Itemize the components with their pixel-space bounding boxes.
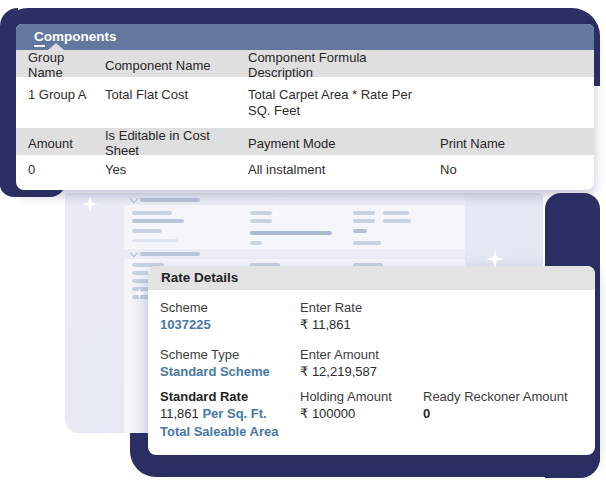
cell-editable: Yes bbox=[105, 162, 248, 177]
components-tab[interactable]: Components bbox=[34, 29, 117, 44]
skeleton-bar bbox=[140, 252, 200, 256]
skeleton-bar bbox=[250, 219, 272, 223]
cell-print-name: No bbox=[440, 162, 582, 177]
holding-amount-label: Holding Amount bbox=[300, 388, 423, 405]
column-header-formula-description: Component Formula Description bbox=[248, 50, 440, 80]
enter-rate-value: ₹ 11,861 bbox=[300, 316, 423, 333]
skeleton-bar bbox=[250, 231, 332, 235]
components-tab-underline bbox=[34, 45, 45, 47]
skeleton-bar bbox=[383, 219, 411, 223]
standard-rate-unit-link[interactable]: Per Sq. Ft. bbox=[202, 406, 266, 421]
scheme-type-label: Scheme Type bbox=[160, 346, 300, 363]
enter-amount-value: ₹ 12,219,587 bbox=[300, 363, 423, 380]
standard-rate-basis-link[interactable]: Total Saleable Area bbox=[160, 423, 300, 441]
ready-reckoner-label: Ready Reckoner Amount bbox=[423, 388, 595, 405]
column-header-amount: Amount bbox=[28, 136, 105, 151]
skeleton-bar bbox=[353, 211, 375, 215]
field-enter-amount: Enter Amount ₹ 12,219,587 bbox=[300, 346, 423, 380]
enter-rate-label: Enter Rate bbox=[300, 299, 423, 316]
components-table-row-2: 0 Yes All instalment No bbox=[16, 155, 594, 190]
column-header-payment-mode: Payment Mode bbox=[248, 136, 440, 151]
column-header-group-name: Group Name bbox=[28, 50, 105, 80]
scheme-value-link[interactable]: 1037225 bbox=[160, 316, 300, 333]
skeleton-bar bbox=[353, 229, 367, 233]
skeleton-bar bbox=[353, 219, 375, 223]
cell-amount: 0 bbox=[28, 162, 105, 177]
standard-rate-number: 11,861 bbox=[160, 406, 199, 421]
chevron-down-icon bbox=[130, 195, 138, 203]
field-holding-amount: Holding Amount ₹ 100000 bbox=[300, 388, 423, 441]
ready-reckoner-value: 0 bbox=[423, 405, 595, 422]
rate-details-title: Rate Details bbox=[161, 270, 238, 285]
skeleton-bar bbox=[250, 241, 262, 245]
holding-amount-value: ₹ 100000 bbox=[300, 405, 423, 422]
skeleton-bar bbox=[132, 219, 184, 223]
components-table-header-row: Group Name Component Name Component Form… bbox=[16, 50, 594, 77]
skeleton-bar bbox=[132, 211, 172, 215]
skeleton-section-header bbox=[124, 195, 465, 205]
feature-graphic: Components Group Name Component Name Com… bbox=[0, 0, 606, 483]
column-header-print-name: Print Name bbox=[440, 136, 582, 151]
skeleton-bar bbox=[132, 239, 178, 242]
column-header-component-name: Component Name bbox=[105, 58, 248, 73]
enter-amount-label: Enter Amount bbox=[300, 346, 423, 363]
rate-details-card: Rate Details Scheme 1037225 Enter Rate ₹… bbox=[148, 266, 595, 455]
field-enter-rate: Enter Rate ₹ 11,861 bbox=[300, 299, 423, 333]
field-scheme: Scheme 1037225 bbox=[160, 299, 300, 333]
standard-rate-label: Standard Rate bbox=[160, 388, 300, 405]
skeleton-section-header bbox=[124, 249, 465, 259]
skeleton-section-body bbox=[124, 205, 465, 251]
skeleton-bar bbox=[353, 241, 381, 245]
rate-details-header: Rate Details bbox=[148, 266, 595, 290]
components-table-header-row-2: Amount Is Editable in Cost Sheet Payment… bbox=[16, 128, 594, 155]
skeleton-bar bbox=[250, 211, 272, 215]
cell-group-name: 1 Group A bbox=[28, 87, 105, 103]
tab-pointer-notch bbox=[48, 43, 64, 50]
skeleton-bar bbox=[132, 229, 162, 233]
cell-payment-mode: All instalment bbox=[248, 162, 440, 177]
scheme-type-value-link[interactable]: Standard Scheme bbox=[160, 363, 300, 380]
field-scheme-type: Scheme Type Standard Scheme bbox=[160, 346, 300, 380]
cell-formula-description: Total Carpet Area * Rate Per SQ. Feet bbox=[248, 87, 440, 119]
field-standard-rate: Standard Rate 11,861 Per Sq. Ft. Total S… bbox=[160, 388, 300, 441]
components-card-header: Components bbox=[16, 24, 594, 50]
skeleton-bar bbox=[383, 211, 409, 215]
cell-component-name: Total Flat Cost bbox=[105, 87, 248, 103]
components-card: Components Group Name Component Name Com… bbox=[16, 24, 594, 190]
skeleton-bar bbox=[140, 198, 200, 202]
column-header-editable: Is Editable in Cost Sheet bbox=[105, 128, 248, 158]
components-table-row: 1 Group A Total Flat Cost Total Carpet A… bbox=[16, 77, 594, 128]
chevron-down-icon bbox=[130, 249, 138, 257]
scheme-label: Scheme bbox=[160, 299, 300, 316]
field-ready-reckoner: Ready Reckoner Amount 0 bbox=[423, 388, 595, 441]
